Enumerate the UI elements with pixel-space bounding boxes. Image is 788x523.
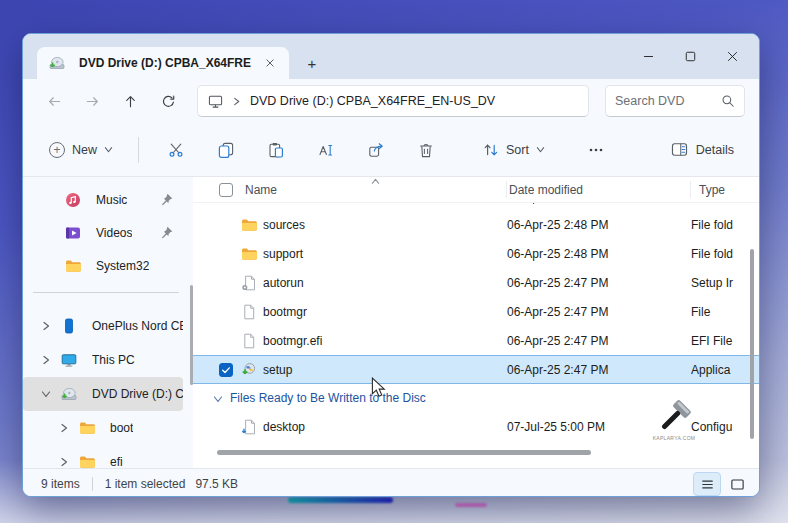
file-name: sources — [263, 218, 507, 232]
dvd-drive-icon — [61, 386, 77, 402]
file-row-bootmgr-efi[interactable]: bootmgr.efi 06-Apr-25 2:47 PM EFI File — [193, 326, 759, 355]
copy-button[interactable] — [204, 132, 248, 168]
delete-button[interactable] — [404, 132, 448, 168]
window-controls — [627, 34, 753, 79]
file-type: File fold — [691, 218, 759, 232]
details-view-toggle[interactable] — [693, 472, 721, 496]
watermark-text: KAPLARYA.COM — [653, 435, 696, 441]
chevron-down-icon[interactable] — [213, 394, 223, 404]
search-icon — [721, 94, 735, 108]
chevron-down-icon[interactable] — [41, 389, 51, 399]
sidebar-item-system32[interactable]: System32 — [23, 249, 183, 282]
hammer-icon — [652, 397, 696, 437]
sort-button-label: Sort — [506, 143, 529, 157]
search-input[interactable] — [615, 94, 715, 108]
column-header-date-modified[interactable]: Date modified — [507, 181, 691, 198]
cut-icon — [168, 142, 184, 158]
file-name: support — [263, 247, 507, 261]
forward-button[interactable] — [75, 85, 109, 117]
sidebar-item-label: Music — [96, 193, 127, 207]
up-button[interactable] — [113, 85, 147, 117]
check-icon — [221, 365, 231, 375]
new-button[interactable]: + New — [39, 135, 123, 165]
file-row-autorun[interactable]: autorun 06-Apr-25 2:47 PM Setup Ir — [193, 268, 759, 297]
sort-ascending-caret-icon — [371, 177, 380, 186]
copy-icon — [218, 142, 234, 158]
column-header-type[interactable]: Type — [691, 181, 759, 198]
file-type: Setup Ir — [691, 276, 759, 290]
folder-icon — [241, 203, 257, 205]
file-row-setup-selected[interactable]: setup 06-Apr-25 2:47 PM Applica — [193, 355, 759, 384]
rename-button[interactable] — [304, 132, 348, 168]
pin-icon — [160, 226, 173, 239]
tab-bar: DVD Drive (D:) CPBA_X64FRE_ + — [23, 34, 759, 79]
view-toggles — [693, 469, 751, 497]
file-row-support[interactable]: support 06-Apr-25 2:48 PM File fold — [193, 239, 759, 268]
forward-arrow-icon — [85, 94, 100, 109]
watermark-logo: KAPLARYA.COM — [645, 397, 703, 449]
desktop-background: DVD Drive (D:) CPBA_X64FRE_ + — [0, 0, 788, 523]
sidebar-item-this-pc[interactable]: This PC — [23, 343, 183, 377]
phone-icon — [61, 318, 77, 334]
trash-icon — [418, 142, 434, 158]
file-name: setup — [263, 363, 507, 377]
close-icon — [726, 50, 739, 63]
horizontal-scrollbar[interactable] — [217, 450, 591, 455]
maximize-icon — [684, 50, 697, 63]
row-checkbox-checked[interactable] — [219, 363, 233, 377]
sidebar-divider — [33, 292, 179, 293]
new-tab-button[interactable]: + — [301, 52, 323, 74]
sidebar-item-label: OnePlus Nord CE — [92, 319, 183, 333]
file-explorer-window: DVD Drive (D:) CPBA_X64FRE_ + — [22, 33, 760, 497]
sidebar-item-dvd-drive[interactable]: DVD Drive (D:) CP — [23, 377, 183, 411]
new-button-label: New — [72, 143, 97, 157]
file-row-bootmgr[interactable]: bootmgr 06-Apr-25 2:47 PM File — [193, 297, 759, 326]
sidebar-item-boot[interactable]: boot — [23, 411, 183, 445]
sidebar-item-videos[interactable]: Videos — [23, 216, 183, 249]
this-pc-icon — [61, 352, 77, 368]
file-row[interactable]: efi 06-Apr-25 2:48 PM File fold — [193, 203, 759, 210]
see-more-button[interactable] — [578, 132, 614, 168]
details-pane-icon — [671, 141, 688, 158]
mouse-cursor — [371, 377, 387, 399]
sidebar-item-label: System32 — [96, 259, 149, 273]
explorer-tab[interactable]: DVD Drive (D:) CPBA_X64FRE_ — [37, 47, 289, 79]
sidebar-item-label: Videos — [96, 226, 132, 240]
share-button[interactable] — [354, 132, 398, 168]
vertical-scrollbar[interactable] — [750, 249, 754, 439]
file-name: bootmgr.efi — [263, 334, 507, 348]
tab-close-button[interactable] — [259, 52, 281, 74]
file-date: 06-Apr-25 2:47 PM — [507, 363, 691, 377]
share-icon — [368, 142, 384, 158]
minimize-button[interactable] — [627, 41, 669, 73]
chevron-right-icon[interactable] — [59, 457, 69, 467]
group-header-label: Files Ready to Be Written to the Disc — [230, 391, 426, 405]
column-header-name[interactable]: Name — [219, 181, 507, 198]
select-all-checkbox[interactable] — [219, 183, 233, 197]
details-pane-button[interactable]: Details — [662, 134, 743, 165]
refresh-button[interactable] — [151, 85, 185, 117]
maximize-button[interactable] — [669, 41, 711, 73]
cut-button[interactable] — [154, 132, 198, 168]
sidebar-item-efi[interactable]: efi — [23, 445, 183, 468]
sidebar-item-label: efi — [110, 455, 123, 468]
address-bar[interactable]: DVD Drive (D:) CPBA_X64FRE_EN-US_DV — [197, 85, 589, 117]
close-button[interactable] — [711, 41, 753, 73]
chevron-right-icon[interactable] — [41, 321, 51, 331]
file-date: 06-Apr-25 2:47 PM — [507, 305, 691, 319]
selection-size: 97.5 KB — [195, 477, 238, 491]
chevron-right-icon[interactable] — [41, 355, 51, 365]
chevron-right-icon[interactable] — [59, 423, 69, 433]
paste-button[interactable] — [254, 132, 298, 168]
file-type: File — [691, 305, 759, 319]
large-icons-view-toggle[interactable] — [723, 472, 751, 496]
setup-information-icon — [241, 275, 257, 291]
sidebar-item-oneplus[interactable]: OnePlus Nord CE — [23, 309, 183, 343]
sidebar-item-music[interactable]: Music — [23, 183, 183, 216]
file-row-sources[interactable]: sources 06-Apr-25 2:48 PM File fold — [193, 210, 759, 239]
folder-icon — [241, 246, 257, 262]
search-box[interactable] — [605, 85, 745, 117]
back-button[interactable] — [37, 85, 71, 117]
file-date: 06-Apr-25 2:48 PM — [507, 218, 691, 232]
sort-button[interactable]: Sort — [474, 135, 554, 165]
